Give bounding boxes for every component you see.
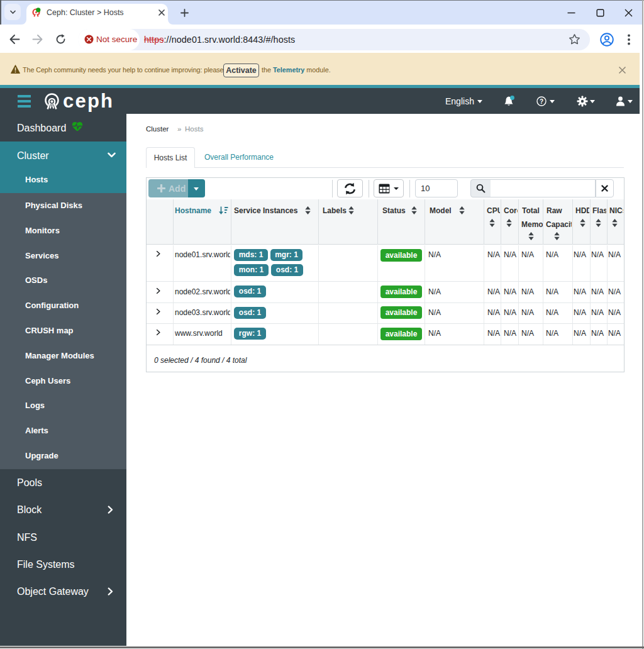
svg-text:?: ? (540, 98, 543, 105)
